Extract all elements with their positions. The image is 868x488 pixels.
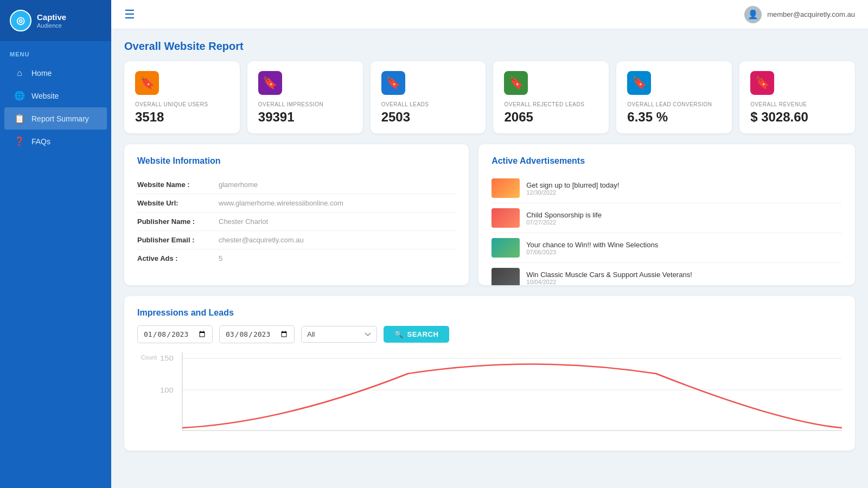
stat-label-leads: OVERALL LEADS [381,101,475,107]
ad-item[interactable]: Child Sponsorship is life 07/27/2022 [492,203,842,233]
search-label: SEARCH [407,330,439,338]
user-email: member@acquiretly.com.au [767,10,855,18]
website-info-title: Website Information [137,156,456,166]
report-summary-icon: 📋 [14,113,25,124]
info-row: Active Ads : 5 [137,249,456,267]
avatar: 👤 [744,6,762,23]
ad-name: Win Classic Muscle Cars & Support Aussie… [526,271,842,279]
search-icon: 🔍 [394,330,404,338]
stat-label-revenue: OVERALL REVENUE [750,101,844,107]
search-button[interactable]: 🔍 SEARCH [384,326,449,343]
chart-svg: 150 100 [160,352,842,433]
sidebar-item-report-summary[interactable]: 📋 Report Summary [4,107,107,130]
date-to-input[interactable] [219,325,295,343]
filter-dropdown[interactable]: All Impressions Leads [301,326,377,343]
info-field-label: Publisher Email : [137,236,219,244]
stat-card-impression: 🔖 OVERALL IMPRESSION 39391 [247,61,363,133]
ad-thumbnail [492,208,520,228]
stat-value-revenue: $ 3028.60 [750,110,844,125]
stat-card-leads: 🔖 OVERALL LEADS 2503 [371,61,486,133]
sidebar-item-label-home: Home [31,69,52,78]
ad-name: Child Sponsorship is life [526,211,842,219]
sidebar-item-label-report-summary: Report Summary [31,114,89,123]
info-row: Website Name : glamerhome [137,176,456,194]
info-row: Publisher Email : chester@acquiretly.com… [137,231,456,249]
sidebar-item-label-faqs: FAQs [31,137,50,146]
stat-icon-revenue: 🔖 [750,71,774,95]
stat-card-revenue: 🔖 OVERALL REVENUE $ 3028.60 [739,61,855,133]
info-fields: Website Name : glamerhome Website Url: w… [137,176,456,267]
stat-label-lead-conversion: OVERALL LEAD CONVERSION [627,101,721,107]
stat-value-impression: 39391 [258,110,352,125]
ads-list: Get sign up to [blurred] today! 12/30/20… [492,174,842,285]
nav-list: ⌂ Home 🌐 Website 📋 Report Summary ❓ FAQs [0,62,111,153]
info-field-value: chester@acquiretly.com.au [219,236,304,244]
svg-text:100: 100 [160,386,174,394]
stat-icon-lead-conversion: 🔖 [627,71,651,95]
chart-area: Count 150 100 [137,352,842,439]
stat-value-rejected-leads: 2065 [504,110,598,125]
logo-name: Captive [37,12,66,22]
ad-name: Get sign up to [blurred] today! [526,181,842,189]
topbar-right: 👤 member@acquiretly.com.au [744,6,855,23]
stat-label-unique-users: OVERALL UNIQUE USERS [135,101,229,107]
sidebar-item-home[interactable]: ⌂ Home [4,62,107,84]
hamburger-icon[interactable]: ☰ [124,8,135,22]
ad-info: Your chance to Win!! with Wine Selection… [526,241,842,255]
chart-y-label: Count [141,354,157,361]
info-row: Publisher Name : Chester Charlot [137,213,456,231]
impressions-section: Impressions and Leads All Impressions Le… [124,296,855,451]
logo-text-block: Captive Audience [37,12,66,29]
active-ads-title: Active Advertisements [492,156,842,166]
sidebar-item-label-website: Website [31,92,59,100]
website-info-panel: Website Information Website Name : glame… [124,144,469,285]
ad-thumbnail [492,238,520,258]
ad-date: 07/06/2023 [526,249,842,255]
stat-value-leads: 2503 [381,110,475,125]
stat-card-lead-conversion: 🔖 OVERALL LEAD CONVERSION 6.35 % [616,61,732,133]
home-icon: ⌂ [14,68,25,78]
ad-item[interactable]: Win Classic Muscle Cars & Support Aussie… [492,263,842,285]
date-from-input[interactable] [137,325,213,343]
info-field-label: Website Name : [137,181,219,189]
ad-thumbnail [492,178,520,198]
ad-thumbnail [492,268,520,285]
faqs-icon: ❓ [14,136,25,146]
website-icon: 🌐 [14,91,25,101]
lower-row: Website Information Website Name : glame… [124,144,855,285]
logo-area: ◎ Captive Audience [0,0,111,41]
stats-row: 🔖 OVERALL UNIQUE USERS 3518 🔖 OVERALL IM… [124,61,855,133]
ad-date: 10/04/2022 [526,279,842,285]
info-field-value: Chester Charlot [219,217,268,226]
sidebar: ◎ Captive Audience MENU ⌂ Home 🌐 Website… [0,0,111,488]
ad-item[interactable]: Your chance to Win!! with Wine Selection… [492,233,842,263]
stat-label-impression: OVERALL IMPRESSION [258,101,352,107]
page-title: Overall Website Report [124,40,855,53]
topbar: ☰ 👤 member@acquiretly.com.au [111,0,868,29]
stat-icon-rejected-leads: 🔖 [504,71,528,95]
content-area: Overall Website Report 🔖 OVERALL UNIQUE … [111,29,868,461]
ad-name: Your chance to Win!! with Wine Selection… [526,241,842,249]
info-row: Website Url: www.glamerhome.wirelessiibo… [137,194,456,213]
impressions-title: Impressions and Leads [137,308,842,318]
stat-card-rejected-leads: 🔖 OVERALL REJECTED LEADS 2065 [493,61,609,133]
sidebar-item-faqs[interactable]: ❓ FAQs [4,130,107,152]
main-content: ☰ 👤 member@acquiretly.com.au Overall Web… [111,0,868,488]
menu-label: MENU [0,41,111,62]
stat-value-unique-users: 3518 [135,110,229,125]
stat-value-lead-conversion: 6.35 % [627,110,721,125]
ad-date: 07/27/2022 [526,219,842,226]
filter-row: All Impressions Leads 🔍 SEARCH [137,325,842,343]
info-field-label: Publisher Name : [137,217,219,226]
stat-icon-impression: 🔖 [258,71,282,95]
info-field-label: Active Ads : [137,254,219,262]
ad-date: 12/30/2022 [526,189,842,196]
stat-card-unique-users: 🔖 OVERALL UNIQUE USERS 3518 [124,61,240,133]
active-ads-panel: Active Advertisements Get sign up to [bl… [478,144,855,285]
ad-info: Win Classic Muscle Cars & Support Aussie… [526,271,842,285]
info-field-value: www.glamerhome.wirelessiibonline.com [219,199,343,207]
sidebar-item-website[interactable]: 🌐 Website [4,85,107,107]
ad-item[interactable]: Get sign up to [blurred] today! 12/30/20… [492,174,842,203]
ad-info: Get sign up to [blurred] today! 12/30/20… [526,181,842,196]
stat-icon-leads: 🔖 [381,71,405,95]
